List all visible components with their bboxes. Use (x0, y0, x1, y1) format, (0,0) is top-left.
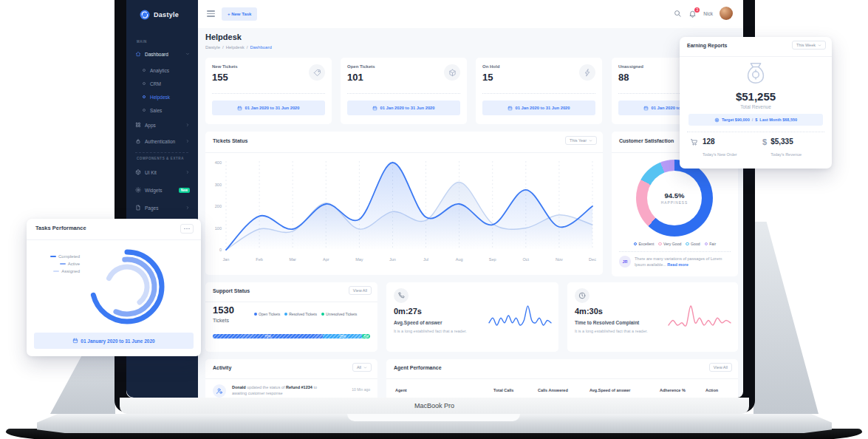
notifications-button[interactable]: 3 (688, 10, 697, 18)
user-name[interactable]: Nick (703, 11, 713, 16)
notification-badge: 3 (694, 7, 700, 13)
breadcrumb-mid[interactable]: Helpdesk (226, 45, 245, 50)
dollar-icon: $ (762, 137, 767, 146)
breadcrumb-current: Dashboard (250, 45, 271, 50)
column-header: Action (705, 388, 718, 392)
cart-icon (690, 137, 699, 146)
activity-object: Refund #1234 (286, 385, 312, 389)
legend-item[interactable]: Resolved Tickets (284, 312, 317, 316)
svg-text:Mar: Mar (289, 257, 296, 262)
date-range-button[interactable]: 01 Jan 2020 to 31 Jun 2020 (482, 101, 595, 115)
sidebar-item-uikit[interactable]: UI Kit (135, 167, 190, 177)
agent-performance-card: Agent Performance View All Agent Total C… (386, 359, 738, 398)
breadcrumb-root[interactable]: Dastyle (205, 45, 220, 50)
sidebar-item-authentication[interactable]: Authentication (135, 136, 190, 146)
sidebar-item-sales[interactable]: Sales (143, 105, 190, 115)
stat-value: 88 (618, 72, 629, 83)
legend-item[interactable]: Unresolved Tickets (321, 312, 357, 316)
stat-value: 101 (347, 72, 363, 83)
date-range-button[interactable]: 01 Jan 2020 to 31 Jun 2020 (212, 101, 325, 115)
tasks-performance-card: Tasks Performance Completed Active Assig… (27, 219, 201, 356)
speed-desc: It is a long established fact that a rea… (394, 329, 467, 333)
date-range-label: 01 Jan 2020 to 31 Jun 2020 (515, 106, 570, 110)
card-title: Activity (213, 365, 231, 370)
svg-text:Sep: Sep (489, 257, 496, 262)
column-header: Agent (395, 388, 407, 392)
sidebar-item-crm[interactable]: CRM (143, 78, 190, 89)
chevron-down-icon (363, 366, 367, 370)
legend-item[interactable]: Assigned (37, 269, 80, 273)
view-all-button[interactable]: View All (709, 363, 732, 372)
todays-orders: 128Today's New Order (690, 137, 737, 159)
orders-value: 128 (703, 137, 737, 146)
sidebar-item-helpdesk[interactable]: Helpdesk (143, 92, 190, 102)
bullet-icon (143, 69, 146, 72)
filter-label: This Week (796, 43, 816, 47)
new-task-button[interactable]: + New Task (222, 7, 257, 21)
legend-item[interactable]: Excellent (634, 242, 655, 246)
sidebar-item-analytics[interactable]: Analytics (143, 65, 190, 75)
stat-label: Unassigned (618, 64, 643, 69)
stat-card-new-tickets: New Tickets 155 01 Jan 2020 to 31 Jun 20… (205, 58, 332, 124)
legend-label: Good (691, 242, 700, 246)
legend-item[interactable]: Open Tickets (254, 312, 280, 316)
view-all-button[interactable]: View All (349, 286, 372, 295)
sidebar-item-apps[interactable]: Apps (135, 120, 190, 130)
sidebar-item-widgets[interactable]: Widgets New (135, 185, 190, 195)
date-range-button[interactable]: 01 Jan 2020 to 31 Jun 2020 (347, 101, 460, 115)
legend-label: Resolved Tickets (289, 312, 317, 316)
svg-text:400: 400 (215, 160, 222, 165)
top-header: + New Task 3 Nick (198, 0, 743, 28)
support-progress-bar: 70%25%5% (213, 334, 370, 338)
svg-text:Dec: Dec (589, 257, 596, 262)
date-range-label: 01 Jan 2020 to 31 Jun 2020 (245, 106, 299, 110)
year-filter-dropdown[interactable]: This Year (565, 136, 597, 145)
tickets-status-chart: 0100200300400JanFebMarAprMayJunJulAugSep… (210, 155, 598, 270)
column-header: Avg.Speed of answer (590, 388, 630, 392)
bolt-icon (584, 69, 592, 77)
legend-item[interactable]: Good (686, 242, 700, 246)
activity-filter-dropdown[interactable]: All (352, 363, 372, 372)
clock-icon (578, 292, 586, 299)
speed-label: Avg.Speed of answer (394, 320, 442, 325)
legend-item[interactable]: Fair (705, 242, 716, 246)
legend-item[interactable]: Active (37, 262, 80, 266)
calendar-icon (508, 106, 513, 111)
date-range-button[interactable]: 01 January 2020 to 31 June 2020 (34, 333, 194, 349)
chevron-right-icon (185, 205, 190, 210)
legend-dash (53, 270, 59, 273)
dastyle-logo-icon (140, 10, 150, 20)
orders-label: Today's New Order (703, 152, 737, 157)
date-range-label: 01 January 2020 to 31 June 2020 (81, 338, 154, 344)
legend-label: Excellent (638, 242, 654, 246)
tickets-count-label: Tickets (213, 318, 229, 323)
search-icon[interactable] (674, 10, 682, 18)
breadcrumb-sep: / (247, 45, 248, 50)
avatar[interactable] (720, 7, 733, 20)
legend-item[interactable]: Very Good (658, 242, 681, 246)
svg-text:Feb: Feb (256, 257, 262, 262)
more-options-button[interactable] (180, 224, 194, 234)
sidebar-item-pages[interactable]: Pages (135, 203, 190, 213)
legend-item[interactable]: Completed (37, 254, 80, 259)
phone-icon (397, 292, 405, 299)
app-logo[interactable]: Dastyle (140, 10, 179, 20)
stat-label: On Hold (482, 64, 499, 69)
legend-dot (634, 242, 638, 246)
new-badge: New (179, 188, 190, 193)
week-filter-dropdown[interactable]: This Week (792, 41, 826, 50)
sidebar-item-dashboard[interactable]: Dashboard (135, 49, 190, 59)
menu-toggle-icon[interactable] (207, 10, 215, 17)
separator: / (752, 118, 753, 122)
table-header-row: Agent Total Calls Calls Answered Avg.Spe… (386, 386, 738, 396)
satisfaction-donut-chart: 94.5% HAPPINESS (636, 160, 713, 236)
activity-text: updated the status of (247, 385, 284, 389)
grid-icon (135, 122, 141, 128)
sidebar-item-label: Pages (145, 205, 158, 211)
money-bag-icon (743, 61, 768, 87)
home-icon (135, 51, 141, 57)
activity-actor: Donald (232, 385, 246, 389)
legend-label: Very Good (663, 242, 682, 246)
chevron-right-icon (185, 139, 190, 143)
read-more-link[interactable]: Read more (667, 262, 688, 267)
